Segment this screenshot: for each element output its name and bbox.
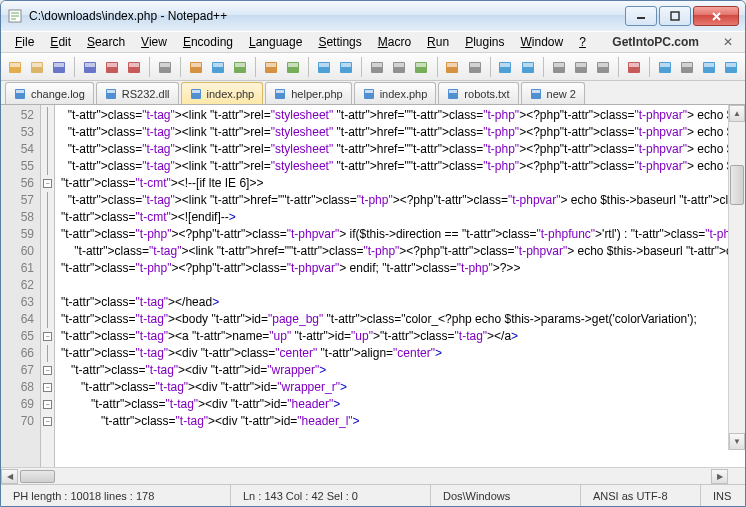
- menu-search[interactable]: Search: [79, 33, 133, 51]
- open-button[interactable]: [27, 56, 47, 78]
- close-all-button[interactable]: [124, 56, 144, 78]
- menu-encoding[interactable]: Encoding: [175, 33, 241, 51]
- find-button[interactable]: [314, 56, 334, 78]
- svg-rect-65: [192, 90, 200, 93]
- menu-plugins[interactable]: Plugins: [457, 33, 512, 51]
- brand-text: GetIntoPC.com: [612, 35, 699, 49]
- svg-rect-45: [554, 63, 564, 67]
- svg-rect-49: [598, 63, 608, 67]
- fold-button[interactable]: [548, 56, 568, 78]
- indent-button[interactable]: [495, 56, 515, 78]
- hide-button[interactable]: [593, 56, 613, 78]
- close-button[interactable]: [102, 56, 122, 78]
- fold-column[interactable]: −−−−−−: [41, 105, 55, 467]
- tab-label: helper.php: [291, 88, 342, 100]
- tab-6[interactable]: new 2: [521, 82, 585, 104]
- menu-window[interactable]: Window: [513, 33, 572, 51]
- close-button[interactable]: [693, 6, 739, 26]
- hscroll-thumb[interactable]: [20, 470, 55, 483]
- menu-settings[interactable]: Settings: [310, 33, 369, 51]
- scroll-left-icon[interactable]: ◀: [1, 469, 18, 484]
- line-gutter: 52535455565758596061626364656667686970: [1, 105, 41, 467]
- svg-rect-23: [266, 63, 276, 67]
- menu-view[interactable]: View: [133, 33, 175, 51]
- show-all-button[interactable]: [464, 56, 484, 78]
- menubar: FileEditSearchViewEncodingLanguageSettin…: [1, 31, 745, 53]
- status-length: PH length : 10018 lines : 178: [1, 485, 231, 506]
- status-position: Ln : 143 Col : 42 Sel : 0: [231, 485, 431, 506]
- tab-label: change.log: [31, 88, 85, 100]
- menu-help[interactable]: ?: [571, 33, 594, 51]
- menu-macro[interactable]: Macro: [370, 33, 419, 51]
- horizontal-scrollbar[interactable]: ◀ ▶: [1, 467, 745, 484]
- save-button[interactable]: [49, 56, 69, 78]
- print-button[interactable]: [155, 56, 175, 78]
- file-icon: [530, 88, 542, 100]
- window-title: C:\downloads\index.php - Notepad++: [29, 9, 623, 23]
- svg-rect-27: [319, 63, 329, 67]
- speed-button[interactable]: [721, 56, 741, 78]
- tab-4[interactable]: index.php: [354, 82, 437, 104]
- next-button[interactable]: [699, 56, 719, 78]
- svg-rect-51: [629, 63, 639, 67]
- paste-button[interactable]: [230, 56, 250, 78]
- save-all-button[interactable]: [80, 56, 100, 78]
- tab-0[interactable]: change.log: [5, 82, 94, 104]
- replace-button[interactable]: [336, 56, 356, 78]
- zoom-in-button[interactable]: [367, 56, 387, 78]
- cut-button[interactable]: [186, 56, 206, 78]
- menu-language[interactable]: Language: [241, 33, 310, 51]
- svg-rect-31: [372, 63, 382, 67]
- menu-run[interactable]: Run: [419, 33, 457, 51]
- tab-label: index.php: [207, 88, 255, 100]
- record-button[interactable]: [624, 56, 644, 78]
- scroll-down-icon[interactable]: ▼: [729, 433, 745, 450]
- tab-label: new 2: [547, 88, 576, 100]
- titlebar[interactable]: C:\downloads\index.php - Notepad++: [1, 1, 745, 31]
- tab-1[interactable]: RS232.dll: [96, 82, 179, 104]
- vertical-scrollbar[interactable]: ▲ ▼: [728, 105, 745, 450]
- svg-rect-5: [32, 63, 42, 67]
- menubar-close-icon[interactable]: ✕: [717, 35, 739, 49]
- scroll-up-icon[interactable]: ▲: [729, 105, 745, 122]
- svg-rect-47: [576, 63, 586, 67]
- file-icon: [447, 88, 459, 100]
- tab-3[interactable]: helper.php: [265, 82, 351, 104]
- file-icon: [274, 88, 286, 100]
- zoom-out-button[interactable]: [389, 56, 409, 78]
- word-wrap-button[interactable]: [442, 56, 462, 78]
- svg-rect-61: [16, 90, 24, 93]
- svg-rect-21: [235, 63, 245, 67]
- svg-rect-55: [682, 63, 692, 67]
- tab-2[interactable]: index.php: [181, 82, 264, 104]
- play-button[interactable]: [655, 56, 675, 78]
- menu-edit[interactable]: Edit: [42, 33, 79, 51]
- sync-button[interactable]: [411, 56, 431, 78]
- file-icon: [190, 88, 202, 100]
- svg-rect-3: [10, 63, 20, 67]
- redo-button[interactable]: [283, 56, 303, 78]
- playback-button[interactable]: [677, 56, 697, 78]
- undo-button[interactable]: [261, 56, 281, 78]
- svg-rect-41: [500, 63, 510, 67]
- svg-rect-59: [726, 63, 736, 67]
- svg-rect-17: [191, 63, 201, 67]
- tab-label: RS232.dll: [122, 88, 170, 100]
- file-icon: [14, 88, 26, 100]
- unfold-button[interactable]: [571, 56, 591, 78]
- tab-5[interactable]: robots.txt: [438, 82, 518, 104]
- tab-label: index.php: [380, 88, 428, 100]
- maximize-button[interactable]: [659, 6, 691, 26]
- editor-area: 52535455565758596061626364656667686970 −…: [1, 105, 745, 467]
- outdent-button[interactable]: [518, 56, 538, 78]
- scroll-right-icon[interactable]: ▶: [711, 469, 728, 484]
- copy-button[interactable]: [208, 56, 228, 78]
- svg-rect-25: [288, 63, 298, 67]
- code-editor[interactable]: "t-attr">class="t-tag"><link "t-attr">re…: [55, 105, 745, 467]
- svg-rect-57: [704, 63, 714, 67]
- svg-rect-69: [365, 90, 373, 93]
- scroll-thumb[interactable]: [730, 165, 744, 205]
- menu-file[interactable]: File: [7, 33, 42, 51]
- new-button[interactable]: [5, 56, 25, 78]
- minimize-button[interactable]: [625, 6, 657, 26]
